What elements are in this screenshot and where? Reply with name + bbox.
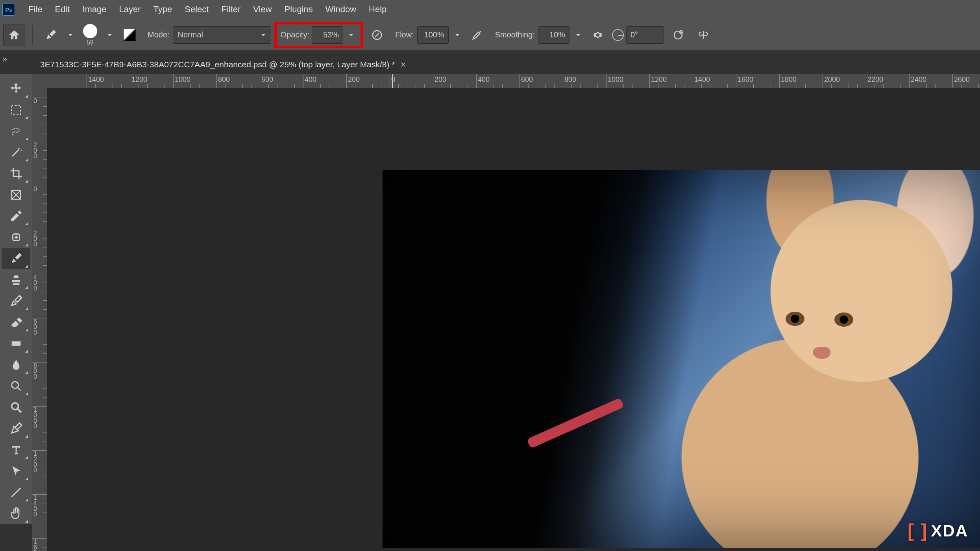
menu-help[interactable]: Help bbox=[362, 0, 393, 18]
angle-input[interactable]: 0° bbox=[626, 26, 664, 44]
brush-settings-panel-button[interactable] bbox=[118, 24, 141, 46]
document-tab[interactable]: 3E71533C-3F5E-47B9-A6B3-38A072CC7AA9_enh… bbox=[36, 57, 410, 72]
healing-brush-tool[interactable] bbox=[2, 227, 30, 248]
ruler-v-tick: 1 0 0 0 bbox=[33, 407, 39, 429]
angle-value: 0° bbox=[631, 30, 638, 39]
mode-select[interactable]: Normal bbox=[173, 26, 271, 44]
menu-bar: Ps File Edit Image Layer Type Select Fil… bbox=[0, 0, 980, 19]
ruler-h-tick: 1800 bbox=[781, 76, 797, 84]
menu-layer[interactable]: Layer bbox=[113, 0, 147, 18]
blur-tool[interactable] bbox=[2, 354, 30, 375]
brush-preset-picker[interactable]: 59 bbox=[79, 24, 101, 46]
ruler-h-tick: 1400 bbox=[88, 76, 104, 84]
ruler-h-tick: 1000 bbox=[608, 76, 623, 84]
clone-stamp-tool[interactable] bbox=[2, 269, 30, 290]
menu-filter[interactable]: Filter bbox=[215, 0, 247, 18]
eyedropper-tool[interactable] bbox=[2, 205, 30, 227]
frame-tool[interactable] bbox=[2, 184, 30, 205]
flow-label: Flow: bbox=[395, 30, 414, 39]
menu-view[interactable]: View bbox=[247, 0, 278, 18]
tool-preset-dropdown[interactable] bbox=[65, 26, 76, 44]
ruler-h-tick: 400 bbox=[305, 76, 316, 84]
watermark: [ ] XDA bbox=[908, 520, 968, 542]
ruler-h-tick: 200 bbox=[435, 76, 446, 84]
document-image bbox=[383, 170, 980, 548]
ruler-v-tick: 4 0 0 bbox=[33, 275, 39, 291]
brush-settings-icon bbox=[123, 29, 136, 41]
opacity-dropdown[interactable] bbox=[346, 26, 357, 44]
opacity-highlight-annotation: Opacity: 53% bbox=[274, 22, 363, 48]
ruler-h-tick: 1200 bbox=[131, 76, 147, 84]
ruler-v-tick: 1 6 0 0 bbox=[33, 539, 39, 551]
ruler-vertical[interactable]: 02 0 002 0 04 0 06 0 08 0 01 0 0 01 2 0 … bbox=[32, 88, 47, 551]
ruler-v-tick: 8 0 0 bbox=[33, 363, 39, 379]
ruler-h-tick: 2000 bbox=[824, 76, 840, 84]
ruler-corner bbox=[32, 74, 47, 88]
home-button[interactable] bbox=[3, 24, 25, 46]
pen-tool[interactable] bbox=[2, 418, 30, 439]
menu-plugins[interactable]: Plugins bbox=[278, 0, 319, 18]
flow-dropdown[interactable] bbox=[452, 26, 463, 44]
opacity-input[interactable]: 53% bbox=[312, 26, 343, 44]
gear-icon bbox=[592, 29, 604, 41]
menu-select[interactable]: Select bbox=[178, 0, 215, 18]
brush-preset-dropdown[interactable] bbox=[104, 26, 115, 44]
gradient-tool[interactable] bbox=[2, 333, 30, 354]
menu-type[interactable]: Type bbox=[147, 0, 179, 18]
path-selection-tool[interactable] bbox=[2, 460, 30, 482]
symmetry-button[interactable] bbox=[692, 24, 714, 46]
magic-wand-tool[interactable] bbox=[2, 142, 30, 163]
menu-window[interactable]: Window bbox=[319, 0, 362, 18]
pressure-size-button[interactable] bbox=[667, 24, 689, 46]
type-tool[interactable] bbox=[2, 439, 30, 460]
line-tool[interactable] bbox=[2, 482, 30, 503]
tool-preset-picker[interactable] bbox=[40, 24, 62, 46]
menu-image[interactable]: Image bbox=[76, 0, 113, 18]
ruler-v-tick: 2 0 0 bbox=[33, 231, 39, 247]
expand-toolbar-button[interactable]: » bbox=[2, 54, 7, 65]
smoothing-options-button[interactable] bbox=[587, 24, 609, 46]
lasso-tool[interactable] bbox=[2, 120, 30, 142]
ruler-h-tick: 1200 bbox=[651, 76, 667, 84]
watermark-logo-icon: [ ] bbox=[908, 520, 928, 542]
tab-close-button[interactable]: × bbox=[401, 59, 406, 70]
ruler-v-tick: 2 0 0 bbox=[33, 142, 39, 159]
separator bbox=[32, 25, 33, 45]
mode-label: Mode: bbox=[148, 30, 170, 39]
ruler-h-tick: 800 bbox=[564, 76, 576, 84]
pressure-opacity-button[interactable] bbox=[366, 24, 388, 46]
smoothing-value: 10% bbox=[549, 30, 565, 39]
canvas[interactable] bbox=[47, 88, 980, 551]
move-tool[interactable] bbox=[2, 78, 30, 99]
eraser-tool[interactable] bbox=[2, 312, 30, 333]
ruler-horizontal[interactable]: 1400120010008006004002000200400600800100… bbox=[47, 74, 980, 88]
marquee-tool[interactable] bbox=[2, 99, 30, 120]
ruler-h-tick: 200 bbox=[348, 76, 360, 84]
smoothing-label: Smoothing: bbox=[495, 30, 535, 39]
hand-tool[interactable] bbox=[2, 503, 30, 524]
zoom-tool[interactable] bbox=[2, 397, 30, 418]
brush-size-value: 59 bbox=[87, 39, 94, 46]
ruler-v-tick: 6 0 0 bbox=[33, 319, 39, 335]
opacity-value: 53% bbox=[323, 30, 339, 39]
ruler-v-tick: 1 2 0 0 bbox=[33, 451, 39, 473]
menu-file[interactable]: File bbox=[22, 0, 48, 18]
ruler-h-tick: 600 bbox=[261, 76, 273, 84]
ruler-h-tick: 2600 bbox=[954, 76, 970, 84]
smoothing-dropdown[interactable] bbox=[573, 26, 584, 44]
history-brush-tool[interactable] bbox=[2, 290, 30, 312]
chevron-down-icon bbox=[261, 32, 266, 38]
ruler-h-tick: 2200 bbox=[867, 76, 883, 84]
ruler-v-tick: 0 bbox=[33, 98, 39, 104]
smoothing-input[interactable]: 10% bbox=[538, 26, 570, 44]
menu-edit[interactable]: Edit bbox=[48, 0, 76, 18]
airbrush-button[interactable] bbox=[466, 24, 488, 46]
options-bar: 59 Mode: Normal Opacity: 53% Flow: 100% … bbox=[0, 19, 980, 50]
brush-tool[interactable] bbox=[2, 248, 30, 269]
dodge-tool[interactable] bbox=[2, 375, 30, 397]
crop-tool[interactable] bbox=[2, 163, 30, 184]
flow-input[interactable]: 100% bbox=[417, 26, 449, 44]
ruler-h-tick: 2400 bbox=[911, 76, 926, 84]
angle-icon[interactable] bbox=[612, 29, 624, 41]
ruler-h-tick: 1000 bbox=[175, 76, 190, 84]
